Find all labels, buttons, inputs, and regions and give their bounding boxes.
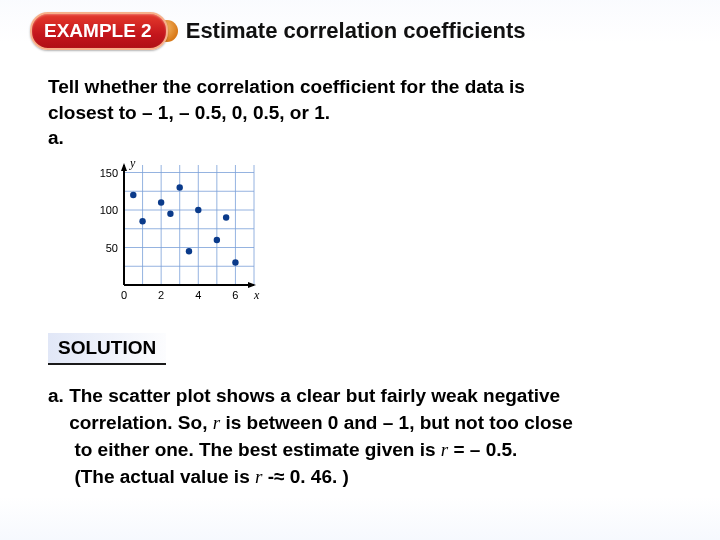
svg-point-31 [167, 210, 173, 216]
svg-point-37 [232, 259, 238, 265]
scatter-chart: 024650100150xy [90, 157, 260, 307]
svg-text:0: 0 [121, 289, 127, 301]
svg-point-29 [139, 218, 145, 224]
solution-block: a. The scatter plot shows a clear but fa… [48, 383, 672, 491]
svg-point-32 [177, 184, 183, 190]
scatter-svg: 024650100150xy [90, 157, 260, 307]
svg-point-28 [130, 192, 136, 198]
solution-l4b: ‑≈ 0. 46. ) [262, 466, 348, 487]
svg-point-34 [195, 207, 201, 213]
solution-l2a: correlation. So, [69, 412, 213, 433]
solution-part-label: a. [48, 385, 64, 406]
example-label: EXAMPLE 2 [44, 20, 152, 41]
solution-l2b: is between 0 and – 1, but not too close [220, 412, 573, 433]
svg-text:2: 2 [158, 289, 164, 301]
svg-text:50: 50 [106, 241, 118, 253]
prompt-part-label: a. [48, 127, 64, 148]
solution-l1a: The scatter plot shows a clear but fairl… [69, 385, 560, 406]
r-var: r [213, 412, 220, 433]
prompt-block: Tell whether the correlation coefficient… [48, 74, 672, 151]
solution-l4a: (The actual value is [74, 466, 255, 487]
svg-point-33 [186, 248, 192, 254]
svg-text:6: 6 [232, 289, 238, 301]
prompt-line1: Tell whether the correlation coefficient… [48, 76, 525, 97]
section-title: Estimate correlation coefficients [186, 18, 526, 44]
svg-text:4: 4 [195, 289, 201, 301]
example-pill: EXAMPLE 2 [30, 12, 168, 50]
solution-l3a: to either one. The best estimate given i… [74, 439, 440, 460]
prompt-line2: closest to – 1, – 0.5, 0, 0.5, or 1. [48, 102, 330, 123]
svg-text:150: 150 [100, 166, 118, 178]
svg-point-35 [214, 237, 220, 243]
svg-text:100: 100 [100, 204, 118, 216]
svg-point-36 [223, 214, 229, 220]
solution-heading: SOLUTION [48, 333, 166, 365]
svg-marker-17 [121, 163, 127, 171]
svg-text:y: y [129, 157, 136, 170]
svg-point-30 [158, 199, 164, 205]
svg-text:x: x [253, 288, 260, 302]
solution-l3b: = – 0.5. [448, 439, 517, 460]
header-row: EXAMPLE 2 Estimate correlation coefficie… [30, 12, 690, 50]
